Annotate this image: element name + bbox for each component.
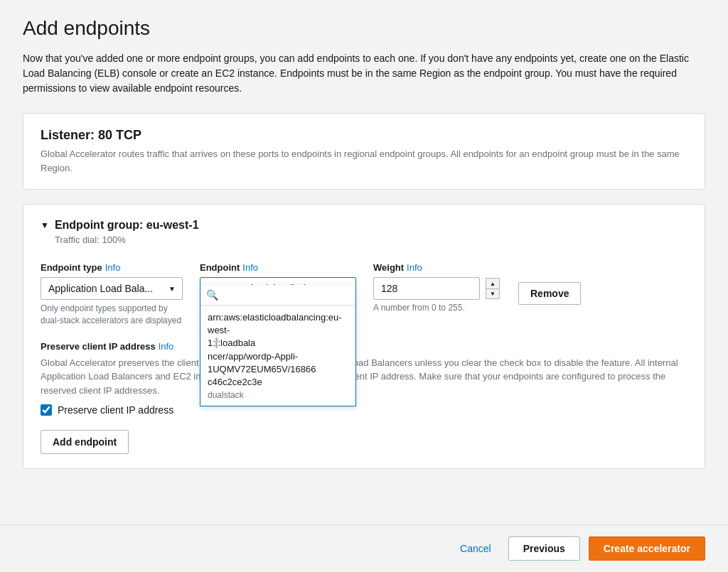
listener-subtitle: Global Accelerator routes traffic that a… xyxy=(41,147,687,175)
endpoint-type-label: Endpoint type Info xyxy=(41,262,183,273)
traffic-dial: Traffic dial: 100% xyxy=(55,234,687,245)
preserve-ip-description: Global Accelerator preserves the client … xyxy=(41,356,687,398)
weight-info-link[interactable]: Info xyxy=(407,262,422,273)
weight-decrement-button[interactable]: ▼ xyxy=(486,288,500,299)
remove-button[interactable]: Remove xyxy=(518,282,581,305)
preserve-ip-checkbox-label: Preserve client IP address xyxy=(58,404,173,416)
endpoint-dropdown-popup: 🔍 arn:aws:elasticloadbalancing:eu-west-1… xyxy=(200,285,356,406)
preserve-ip-info-link[interactable]: Info xyxy=(159,341,174,352)
preserve-ip-label: Preserve client IP address Info xyxy=(41,341,687,352)
endpoint-group-title: Endpoint group: eu-west-1 xyxy=(55,219,199,232)
preserve-ip-checkbox-row: Preserve client IP address xyxy=(41,404,687,416)
page-footer: Cancel Previous Create accelerator xyxy=(0,524,728,572)
endpoint-type-hint: Only endpoint types supported by dual-st… xyxy=(41,303,183,327)
endpoint-type-select-wrapper: Application Load Bala... ▼ xyxy=(41,277,183,300)
listener-title: Listener: 80 TCP xyxy=(41,128,687,143)
weight-input[interactable] xyxy=(373,277,480,300)
weight-input-wrapper: ▲ ▼ xyxy=(373,277,501,300)
weight-increment-button[interactable]: ▲ xyxy=(486,278,500,288)
endpoint-label: Endpoint Info xyxy=(200,262,356,273)
endpoint-info-link[interactable]: Info xyxy=(242,262,258,273)
page-description: Now that you've added one or more endpoi… xyxy=(23,51,705,96)
previous-button[interactable]: Previous xyxy=(508,536,580,561)
weight-hint: A number from 0 to 255. xyxy=(373,303,501,313)
page-container: Add endpoints Now that you've added one … xyxy=(0,0,728,524)
preserve-ip-checkbox[interactable] xyxy=(41,404,52,416)
weight-spinners: ▲ ▼ xyxy=(486,278,500,299)
endpoint-form-row: Endpoint type Info Application Load Bala… xyxy=(41,262,687,327)
dropdown-search-input[interactable] xyxy=(223,289,350,301)
dropdown-search-bar: 🔍 xyxy=(200,285,355,306)
endpoint-field: Endpoint Info arn:aws:elasticloadbal... … xyxy=(200,262,356,300)
dropdown-option[interactable]: arn:aws:elasticloadbalancing:eu-west-1: … xyxy=(200,306,355,406)
endpoint-group-card: ▼ Endpoint group: eu-west-1 Traffic dial… xyxy=(23,204,705,469)
cancel-button[interactable]: Cancel xyxy=(451,537,500,560)
weight-label: Weight Info xyxy=(373,262,501,273)
page-title: Add endpoints xyxy=(23,17,705,40)
endpoint-type-field: Endpoint type Info Application Load Bala… xyxy=(41,262,183,327)
endpoint-type-info-link[interactable]: Info xyxy=(105,262,121,273)
dropdown-search-icon: 🔍 xyxy=(206,289,218,301)
endpoint-group-header: ▼ Endpoint group: eu-west-1 xyxy=(41,219,687,232)
add-endpoint-button[interactable]: Add endpoint xyxy=(41,430,129,454)
dropdown-arn-text: arn:aws:elasticloadbalancing:eu-west-1: … xyxy=(208,311,348,389)
listener-card: Listener: 80 TCP Global Accelerator rout… xyxy=(23,113,705,190)
collapse-icon[interactable]: ▼ xyxy=(41,220,49,230)
create-accelerator-button[interactable]: Create accelerator xyxy=(589,536,705,561)
preserve-ip-section: Preserve client IP address Info Global A… xyxy=(41,341,687,416)
dropdown-tag: dualstack xyxy=(208,390,348,400)
endpoint-type-select[interactable]: Application Load Bala... xyxy=(41,277,183,300)
weight-field: Weight Info ▲ ▼ A number from 0 to 255. xyxy=(373,262,501,313)
